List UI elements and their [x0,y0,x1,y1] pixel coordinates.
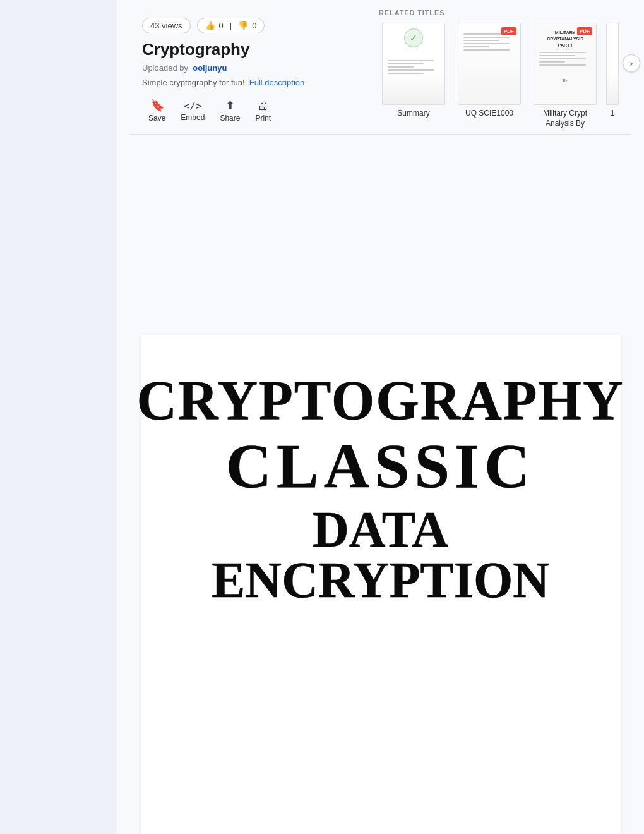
save-label: Save [148,114,165,123]
uploaded-by-label: Uploaded by [142,63,188,73]
sidebar [0,0,117,834]
embed-icon: </> [184,100,202,112]
related-titles-section: RELATED TITLES ✓ [366,0,644,137]
vote-separator: | [230,21,232,30]
full-description-link[interactable]: Full description [249,78,304,87]
print-label: Print [255,114,271,123]
save-button[interactable]: 🔖 Save [142,96,172,125]
related-thumb-military: MILITARY CRYPTANALYSIS PART I By [534,23,597,105]
related-label: RELATED TITLES [379,9,631,16]
related-row: ✓ Summary [379,23,631,128]
embed-button[interactable]: </> Embed [174,97,211,124]
vote-group: 👍 0 | 👎 0 [197,18,265,33]
related-card-uq[interactable]: PDF UQ SCIE1000 [455,23,524,119]
upvote-icon[interactable]: 👍 [205,21,215,30]
doc-line-data-encryption: DATA ENCRYPTION [166,504,595,605]
downvote-icon[interactable]: 👎 [238,21,248,30]
doc-line-cryptography: CRYPTOGRAPHY [136,373,624,428]
doc-content-area: CRYPTOGRAPHY CLASSIC DATA ENCRYPTION [117,322,644,834]
doc-title-content: CRYPTOGRAPHY CLASSIC DATA ENCRYPTION [166,373,595,605]
carousel-next-button[interactable]: › [623,54,640,72]
related-card-title-military: Military Crypt Analysis By [530,109,600,128]
pdf-badge-uq: PDF [501,27,516,35]
uploader-link[interactable]: ooijunyu [193,63,227,73]
related-card-title-item4: 1 [611,109,615,119]
related-card-summary[interactable]: ✓ Summary [379,23,448,119]
related-card-item4[interactable]: 1 [606,23,619,119]
related-thumb-item4 [606,23,619,105]
related-thumb-uq: PDF [458,23,521,105]
embed-label: Embed [181,113,205,122]
doc-line-classic: CLASSIC [226,435,535,498]
upvote-count: 0 [219,21,224,30]
views-count: 43 views [150,21,182,30]
print-button[interactable]: 🖨 Print [249,97,277,125]
share-icon: ⬆ [225,99,235,112]
save-icon: 🔖 [150,99,164,112]
share-label: Share [220,114,240,123]
main-content: 43 views 👍 0 | 👎 0 Cryptography Uploaded… [117,0,644,834]
views-badge: 43 views [142,18,191,33]
pdf-badge-military: PDF [577,27,592,35]
print-icon: 🖨 [258,99,269,112]
related-card-title-uq: UQ SCIE1000 [465,109,513,119]
related-card-military[interactable]: MILITARY CRYPTANALYSIS PART I By [530,23,600,128]
related-thumb-summary: ✓ [382,23,445,105]
downvote-count: 0 [252,21,256,30]
description-text: Simple cryptography for fun! [142,78,245,87]
share-button[interactable]: ⬆ Share [213,96,246,125]
doc-page: CRYPTOGRAPHY CLASSIC DATA ENCRYPTION [141,335,621,834]
top-area: 43 views 👍 0 | 👎 0 Cryptography Uploaded… [117,0,644,158]
related-card-title-summary: Summary [397,109,429,119]
page-layout: 43 views 👍 0 | 👎 0 Cryptography Uploaded… [0,0,644,834]
